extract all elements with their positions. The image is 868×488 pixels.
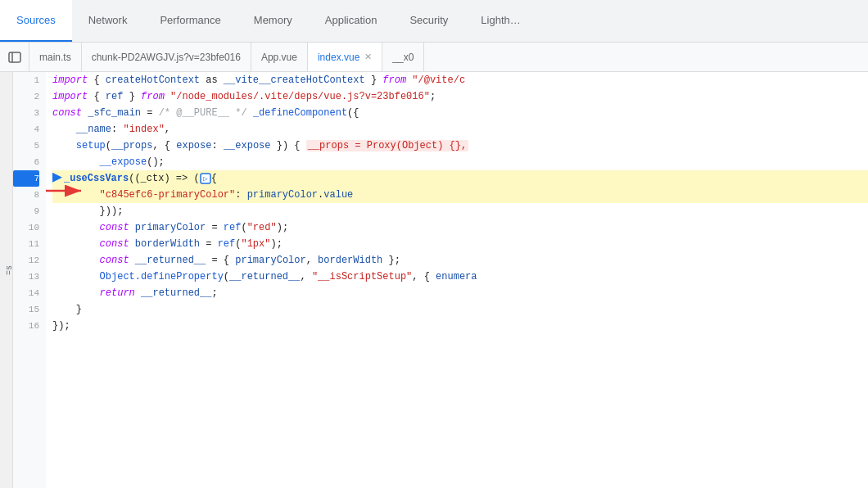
svg-text:▷: ▷ <box>203 175 208 183</box>
edge-label: =s <box>2 265 18 275</box>
code-line-8: "c845efc6-primaryColor": primaryColor.va… <box>52 187 868 203</box>
file-tab-chunk-js[interactable]: chunk-PD2AWGJV.js?v=23bfe016 <box>82 43 251 72</box>
code-line-6: __expose(); <box>52 154 868 170</box>
file-tab-app-vue[interactable]: App.vue <box>251 43 308 72</box>
code-line-4: __name: "index", <box>52 121 868 138</box>
line-num-9: 9 <box>13 203 39 219</box>
file-tab-main-ts-label: main.ts <box>39 52 71 63</box>
line-num-15: 15 <box>13 301 39 318</box>
line-num-5: 5 <box>13 138 39 154</box>
file-tab-x0-label: __x0 <box>392 52 414 63</box>
code-editor: =s 1 2 3 4 5 6 7 8 9 10 11 12 13 14 15 1… <box>0 72 868 488</box>
sidebar-toggle-button[interactable] <box>0 43 29 72</box>
tab-lighthouse[interactable]: Lighth… <box>464 0 536 42</box>
line-num-1: 1 <box>13 72 39 88</box>
tab-network-label: Network <box>88 14 128 26</box>
line-num-8: 8 <box>13 187 39 203</box>
line-num-3: 3 <box>13 105 39 121</box>
line-num-7: 7 <box>13 170 39 187</box>
code-line-5: setup(__props, { expose: __expose }) { _… <box>52 138 868 154</box>
code-line-9: })); <box>52 203 868 219</box>
file-tab-close-button[interactable]: ✕ <box>364 52 372 62</box>
file-tab-index-vue[interactable]: index.vue ✕ <box>308 43 382 72</box>
line-num-14: 14 <box>13 285 39 301</box>
file-tabs-bar: main.ts chunk-PD2AWGJV.js?v=23bfe016 App… <box>0 43 868 72</box>
tab-performance-label: Performance <box>160 14 220 26</box>
code-line-11: const borderWidth = ref("1px"); <box>52 236 868 252</box>
code-line-14: return __returned__; <box>52 285 868 301</box>
tab-lighthouse-label: Lighth… <box>481 14 520 26</box>
file-tab-chunk-js-label: chunk-PD2AWGJV.js?v=23bfe016 <box>92 52 241 63</box>
tab-security-label: Security <box>409 14 448 26</box>
expand-icon: ▷ <box>200 173 211 184</box>
toggle-icon <box>8 52 21 63</box>
file-tab-index-vue-label: index.vue <box>318 52 359 63</box>
tab-memory-label: Memory <box>254 14 292 26</box>
tab-security[interactable]: Security <box>393 0 464 42</box>
code-line-12: const __returned__ = { primaryColor, bor… <box>52 252 868 269</box>
tab-application-label: Application <box>325 14 377 26</box>
code-line-7: _useCssVars((_ctx) => (▷{ <box>52 170 868 187</box>
top-nav: Sources Network Performance Memory Appli… <box>0 0 868 43</box>
tab-application[interactable]: Application <box>309 0 394 42</box>
line-num-10: 10 <box>13 219 39 236</box>
execution-pointer-icon <box>52 173 62 183</box>
line-num-6: 6 <box>13 154 39 170</box>
code-line-3: const _sfc_main = /* @__PURE__ */ _defin… <box>52 105 868 121</box>
svg-rect-0 <box>9 52 20 62</box>
code-line-10: const primaryColor = ref("red"); <box>52 219 868 236</box>
line-num-16: 16 <box>13 318 39 334</box>
line-num-2: 2 <box>13 88 39 105</box>
code-line-13: Object.defineProperty(__returned__, "__i… <box>52 269 868 285</box>
tab-memory[interactable]: Memory <box>237 0 309 42</box>
code-line-1: import { createHotContext as __vite__cre… <box>52 72 868 88</box>
line-num-11: 11 <box>13 236 39 252</box>
file-tab-main-ts[interactable]: main.ts <box>29 43 82 72</box>
line-num-4: 4 <box>13 121 39 138</box>
left-gutter: =s <box>0 72 13 488</box>
file-tab-app-vue-label: App.vue <box>261 52 297 63</box>
tab-performance[interactable]: Performance <box>143 0 237 42</box>
code-content: import { createHotContext as __vite__cre… <box>46 72 868 488</box>
tab-sources[interactable]: Sources <box>0 0 72 42</box>
tab-sources-label: Sources <box>16 14 56 26</box>
file-tab-x0[interactable]: __x0 <box>382 43 424 72</box>
code-line-2: import { ref } from "/node_modules/.vite… <box>52 88 868 105</box>
tab-network[interactable]: Network <box>72 0 144 42</box>
line-numbers: 1 2 3 4 5 6 7 8 9 10 11 12 13 14 15 16 <box>13 72 46 488</box>
code-line-15: } <box>52 301 868 318</box>
code-line-16: }); <box>52 318 868 334</box>
